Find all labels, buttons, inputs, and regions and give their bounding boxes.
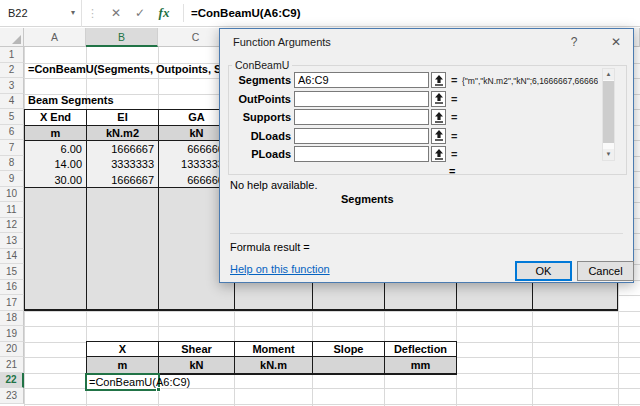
row-header-1[interactable]: 1	[0, 47, 24, 63]
collapse-dialog-icon	[434, 75, 444, 86]
row-header-22[interactable]: 22	[0, 373, 24, 389]
collapse-dialog-icon	[434, 130, 444, 141]
name-box[interactable]: B22 ▾	[0, 0, 82, 27]
segments-header-cell[interactable]: EI	[87, 110, 159, 126]
arguments-scrollbar[interactable]: ▲ ▼	[602, 68, 615, 161]
row-header-11[interactable]: 11	[0, 202, 24, 218]
active-cell-B22[interactable]: =ConBeamU(A6:C9)	[85, 373, 160, 391]
output-header-cell[interactable]: Slope	[313, 342, 385, 358]
formula-bar: B22 ▾ ⋮ ✕ ✓ fx =ConBeamU(A6:C9)	[0, 0, 640, 27]
dialog-separator	[230, 233, 623, 234]
help-on-function-link[interactable]: Help on this function	[230, 263, 330, 275]
ok-button[interactable]: OK	[515, 261, 572, 281]
block-column-border	[86, 188, 87, 309]
segments-data-cell[interactable]: 6.00	[25, 141, 87, 157]
segments-data-cell[interactable]: 1666667	[87, 172, 159, 188]
row-header-7[interactable]: 7	[0, 140, 24, 156]
gridline	[24, 311, 640, 312]
segments-unit-cell[interactable]: m	[25, 126, 87, 142]
supports-arg-input[interactable]	[294, 109, 429, 125]
function-arguments-dialog: Function Arguments ? ✕ ConBeamU Segments…	[219, 28, 634, 283]
formula-input[interactable]: =ConBeamU(A6:C9)	[191, 7, 301, 19]
segments-table: X End EI GA m kN.m2 kN 6.00 1666667 6666…	[24, 109, 235, 188]
cancel-entry-icon[interactable]: ✕	[104, 6, 128, 20]
fill-handle[interactable]	[156, 387, 161, 392]
gridline	[24, 326, 640, 327]
formula-result-label: Formula result =	[230, 241, 310, 253]
select-all-corner[interactable]	[0, 28, 24, 47]
name-box-dropdown-icon[interactable]: ▾	[71, 8, 75, 17]
output-unit-cell[interactable]	[313, 357, 385, 373]
output-unit-cell[interactable]: m	[87, 357, 159, 373]
row-header-4[interactable]: 4	[0, 94, 24, 110]
equals-sign: =	[451, 148, 457, 160]
refedit-button[interactable]	[431, 91, 446, 107]
ploads-arg-label: PLoads	[228, 148, 291, 160]
dialog-help-icon[interactable]: ?	[566, 34, 582, 50]
ploads-arg-input[interactable]	[294, 146, 429, 162]
segments-data-cell[interactable]: 1666667	[87, 141, 159, 157]
row-header-19[interactable]: 19	[0, 326, 24, 342]
row-header-21[interactable]: 21	[0, 357, 24, 373]
segments-unit-cell[interactable]: kN.m2	[87, 126, 159, 142]
formula-bar-divider	[183, 4, 184, 22]
scrollbar-thumb[interactable]	[603, 81, 614, 143]
supports-arg-label: Supports	[228, 111, 291, 123]
output-unit-cell[interactable]: kN	[159, 357, 235, 373]
output-header-cell[interactable]: X	[87, 342, 159, 358]
collapse-dialog-icon	[434, 93, 444, 104]
segments-arg-label: Segments	[228, 74, 291, 86]
row-header-8[interactable]: 8	[0, 156, 24, 172]
row-header-14[interactable]: 14	[0, 249, 24, 265]
scroll-down-icon[interactable]: ▼	[603, 149, 614, 160]
dialog-title: Function Arguments	[233, 36, 331, 48]
block-column-border	[158, 188, 159, 309]
output-header-cell[interactable]: Shear	[159, 342, 235, 358]
refedit-button[interactable]	[431, 128, 446, 144]
output-header-cell[interactable]: Deflection	[385, 342, 456, 358]
outpoints-arg-input[interactable]	[294, 91, 429, 107]
row-header-9[interactable]: 9	[0, 171, 24, 187]
row-header-15[interactable]: 15	[0, 264, 24, 280]
confirm-entry-icon[interactable]: ✓	[128, 6, 152, 20]
refedit-button[interactable]	[431, 146, 446, 162]
row-header-2[interactable]: 2	[0, 63, 24, 79]
formula-description-cell[interactable]: =ConBeamU(Segments, Outpoints, Su	[28, 63, 228, 75]
outpoints-arg-label: OutPoints	[228, 93, 291, 105]
row-header-10[interactable]: 10	[0, 187, 24, 203]
segments-data-cell[interactable]: 30.00	[25, 172, 87, 188]
equals-sign: =	[451, 111, 457, 123]
result-equals-sign: =	[449, 165, 455, 177]
output-table: X Shear Moment Slope Deflection m kN kN.…	[86, 341, 457, 375]
beam-segments-title-cell[interactable]: Beam Segments	[28, 94, 114, 106]
segments-header-cell[interactable]: X End	[25, 110, 87, 126]
row-header-17[interactable]: 17	[0, 295, 24, 311]
row-header-16[interactable]: 16	[0, 280, 24, 296]
refedit-button[interactable]	[431, 109, 446, 125]
row-header-3[interactable]: 3	[0, 78, 24, 94]
row-header-23[interactable]: 23	[0, 388, 24, 404]
equals-sign: =	[451, 74, 457, 86]
cancel-button[interactable]: Cancel	[577, 261, 634, 281]
row-header-13[interactable]: 13	[0, 233, 24, 249]
output-unit-cell[interactable]: mm	[385, 357, 456, 373]
close-icon[interactable]: ✕	[608, 34, 624, 50]
row-header-12[interactable]: 12	[0, 218, 24, 234]
column-header-A[interactable]: A	[24, 28, 86, 47]
segments-arg-input[interactable]	[294, 72, 429, 88]
scroll-up-icon[interactable]: ▲	[603, 69, 614, 80]
output-header-cell[interactable]: Moment	[235, 342, 313, 358]
row-header-20[interactable]: 20	[0, 342, 24, 358]
column-header-B[interactable]: B	[86, 28, 158, 47]
insert-function-icon[interactable]: fx	[152, 5, 176, 21]
dloads-arg-input[interactable]	[294, 128, 429, 144]
row-header-18[interactable]: 18	[0, 311, 24, 327]
segments-data-cell[interactable]: 3333333	[87, 157, 159, 173]
output-unit-cell[interactable]: kN.m	[235, 357, 313, 373]
refedit-button[interactable]	[431, 72, 446, 88]
row-header-5[interactable]: 5	[0, 109, 24, 125]
function-group-label: ConBeamU	[232, 59, 292, 71]
row-header-6[interactable]: 6	[0, 125, 24, 141]
segments-data-cell[interactable]: 14.00	[25, 157, 87, 173]
active-cell-formula: =ConBeamU(A6:C9)	[87, 375, 158, 389]
